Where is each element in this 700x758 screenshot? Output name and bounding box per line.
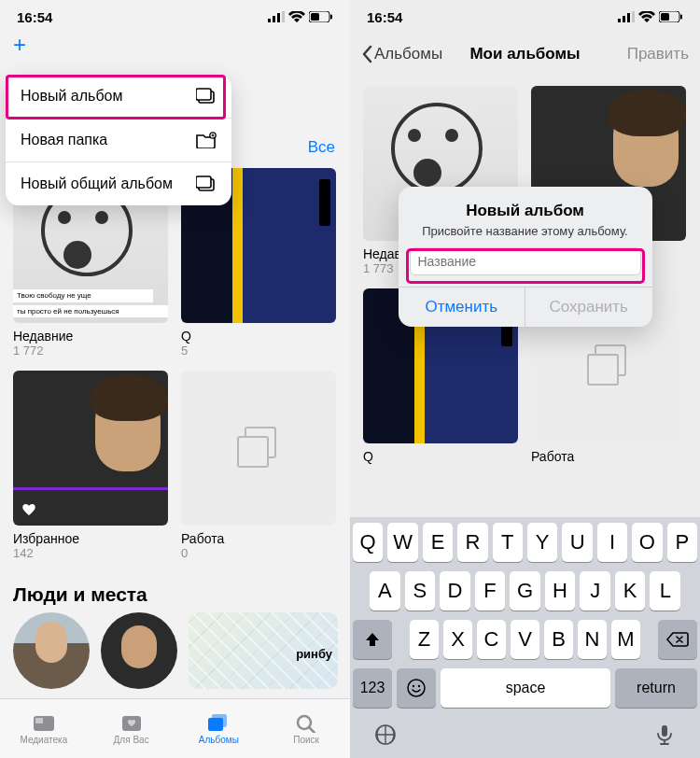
status-bar: 16:54 (350, 0, 700, 34)
wifi-icon (288, 11, 305, 22)
album-count: 142 (13, 546, 168, 560)
return-key[interactable]: return (615, 668, 697, 708)
nav-back-label: Альбомы (374, 45, 442, 63)
add-button[interactable]: + (13, 32, 26, 58)
places-map[interactable]: ринбу (189, 612, 338, 689)
tab-library[interactable]: Медиатека (0, 699, 88, 758)
tab-bar: Медиатека Для Вас Альбомы Поиск (0, 698, 350, 758)
space-key[interactable]: space (441, 668, 610, 708)
letter-key[interactable]: N (578, 620, 607, 659)
letter-key[interactable]: B (544, 620, 573, 659)
keyboard-row: 123 space return (353, 668, 697, 708)
letter-key[interactable]: V (511, 620, 539, 659)
cancel-button[interactable]: Отменить (399, 288, 526, 327)
keyboard: QWERTYUIOP ASDFGHJKL ZXCVBNM 123 space r… (350, 517, 700, 758)
letter-key[interactable]: D (440, 571, 470, 611)
backspace-key[interactable] (658, 620, 697, 659)
album-thumbnail (181, 371, 336, 526)
letter-key[interactable]: F (475, 571, 506, 611)
letter-key[interactable]: R (457, 523, 487, 562)
album-card-work[interactable]: Работа 0 (181, 371, 336, 560)
menu-item-new-album[interactable]: Новый альбом (6, 75, 231, 118)
emoji-key[interactable] (397, 668, 436, 708)
album-title: Работа (531, 449, 686, 464)
letter-key[interactable]: W (387, 523, 417, 562)
album-name-input[interactable] (410, 247, 641, 275)
tab-albums[interactable]: Альбомы (175, 699, 263, 758)
album-count: 0 (181, 546, 336, 560)
svg-rect-21 (627, 13, 630, 22)
svg-rect-22 (632, 11, 635, 22)
phone-screen-left: 16:54 + Новый альбом Новая папка Новый о… (0, 0, 350, 758)
see-all-link[interactable]: Все (308, 138, 335, 157)
letter-key[interactable]: M (611, 620, 640, 659)
letter-key[interactable]: T (493, 523, 523, 562)
svg-rect-20 (623, 16, 625, 22)
tab-for-you[interactable]: Для Вас (88, 699, 175, 758)
cellular-icon (618, 11, 635, 22)
keyboard-row: ASDFGHJKL (353, 571, 697, 611)
tab-label: Медиатека (21, 735, 68, 745)
thumb-text: Твою свободу не уще (13, 289, 153, 302)
svg-rect-16 (208, 718, 223, 731)
letter-key[interactable]: Q (353, 523, 383, 562)
letter-key[interactable]: C (477, 620, 506, 659)
svg-rect-24 (661, 13, 669, 21)
letter-key[interactable]: A (370, 571, 400, 611)
map-label: ринбу (296, 647, 332, 661)
tab-search[interactable]: Поиск (262, 699, 350, 758)
globe-key[interactable] (373, 723, 398, 751)
letter-key[interactable]: E (423, 523, 453, 562)
album-card-favorites[interactable]: Избранное 142 (13, 371, 168, 560)
svg-rect-2 (277, 13, 280, 22)
save-button[interactable]: Сохранить (525, 288, 652, 327)
status-icons (618, 11, 683, 22)
svg-rect-8 (196, 89, 211, 100)
letter-key[interactable]: H (545, 571, 576, 611)
keyboard-row: ZXCVBNM (353, 620, 697, 659)
letter-key[interactable]: J (580, 571, 610, 611)
svg-point-27 (413, 685, 414, 687)
albums-grid: Твою свободу не уще ты просто ей не поль… (13, 168, 337, 560)
svg-rect-1 (273, 16, 275, 22)
section-people-places: Люди и места (13, 583, 147, 606)
nav-edit-button[interactable]: Править (627, 45, 689, 63)
new-album-alert: Новый альбом Присвойте название этому ал… (399, 187, 652, 327)
shared-album-icon (196, 175, 217, 192)
menu-item-new-folder[interactable]: Новая папка (6, 119, 231, 161)
album-title: Q (363, 449, 518, 464)
letter-key[interactable]: K (615, 571, 646, 611)
nav-back-button[interactable]: Альбомы (361, 45, 442, 63)
svg-rect-0 (268, 19, 271, 22)
svg-rect-19 (618, 19, 621, 22)
nav-bar: Альбомы Мои альбомы Править (350, 34, 700, 75)
svg-line-18 (309, 727, 315, 733)
letter-key[interactable]: Y (527, 523, 557, 562)
letter-key[interactable]: U (562, 523, 592, 562)
svg-rect-13 (35, 718, 43, 723)
alert-subtitle: Присвойте название этому альбому. (412, 224, 639, 238)
svg-rect-11 (196, 176, 211, 188)
letter-key[interactable]: S (405, 571, 436, 611)
letter-key[interactable]: P (667, 523, 697, 562)
status-bar: 16:54 (0, 0, 350, 34)
folder-icon (196, 132, 217, 148)
letter-key[interactable]: Z (410, 620, 439, 659)
person-avatar[interactable] (101, 612, 177, 689)
alert-title: Новый альбом (412, 202, 639, 220)
search-icon (294, 712, 318, 733)
person-avatar[interactable] (13, 612, 90, 689)
letter-key[interactable]: I (597, 523, 627, 562)
letter-key[interactable]: X (443, 620, 472, 659)
dictation-key[interactable] (652, 723, 677, 751)
menu-label: Новый общий альбом (21, 175, 173, 192)
letter-key[interactable]: L (650, 571, 680, 611)
menu-item-new-shared-album[interactable]: Новый общий альбом (6, 162, 231, 205)
svg-rect-30 (662, 725, 667, 737)
create-menu: Новый альбом Новая папка Новый общий аль… (6, 75, 231, 205)
numbers-key[interactable]: 123 (353, 668, 392, 708)
letter-key[interactable]: O (632, 523, 662, 562)
letter-key[interactable]: G (510, 571, 540, 611)
shift-key[interactable] (353, 620, 392, 659)
menu-label: Новый альбом (21, 88, 122, 105)
